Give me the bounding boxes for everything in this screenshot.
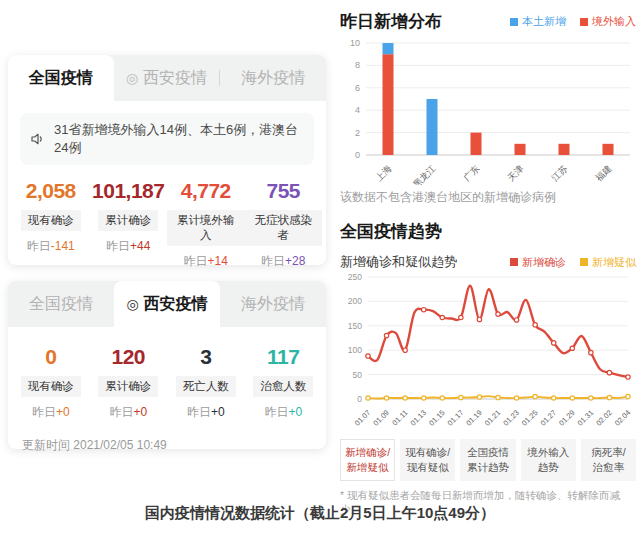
location-pin-icon: ◎ xyxy=(126,70,138,86)
national-panel-tab-bar: 全国疫情 ◎ 西安疫情 海外疫情 xyxy=(8,55,326,101)
stat-label: 死亡人数 xyxy=(167,376,245,397)
bar-chart-legend: 本土新增 境外输入 xyxy=(510,14,636,29)
trend-chart-title: 全国疫情趋势 xyxy=(340,220,636,243)
x-axis-tick: 01.07 xyxy=(353,408,373,428)
stat-recovered: 117 治愈人数 昨日+0 xyxy=(245,345,323,421)
stat-delta: 昨日+0 xyxy=(167,404,245,421)
data-point-marker xyxy=(422,396,426,400)
filter-imported-trend[interactable]: 境外输入趋势 xyxy=(521,439,576,481)
bar-chart-header: 昨日新增分布 本土新增 境外输入 xyxy=(340,10,636,33)
legend-swatch xyxy=(580,18,588,26)
stat-value: 2,058 xyxy=(12,179,90,203)
x-axis-tick: 01.09 xyxy=(371,408,391,428)
speaker-icon xyxy=(30,131,46,147)
bar-segment xyxy=(603,144,614,155)
page-caption: 国内疫情情况数据统计（截止2月5日上午10点49分） xyxy=(0,504,640,523)
trend-line xyxy=(368,286,628,377)
stat-delta: 昨日+0 xyxy=(12,404,90,421)
stat-delta: 昨日+44 xyxy=(90,238,168,255)
stat-delta: 昨日+0 xyxy=(90,404,168,421)
y-axis-tick: 0 xyxy=(355,150,360,160)
legend-swatch xyxy=(510,18,518,26)
stat-delta: 昨日+0 xyxy=(245,404,323,421)
tab-label: 西安疫情 xyxy=(144,294,208,315)
stat-current-confirmed: 2,058 现有确诊 昨日-141 xyxy=(12,179,90,270)
y-axis-tick: 0 xyxy=(357,394,362,404)
tab-xian-epidemic[interactable]: ◎ 西安疫情 xyxy=(114,281,220,327)
y-axis-tick: 10 xyxy=(350,38,360,48)
x-axis-tick: 01.19 xyxy=(464,408,484,428)
national-epidemic-panel: 全国疫情 ◎ 西安疫情 海外疫情 31省新增境外输入14例、本土6例，港澳台24… xyxy=(8,55,326,265)
data-point-marker xyxy=(514,318,518,322)
x-axis-tick: 福建 xyxy=(594,163,614,183)
y-axis-tick: 2 xyxy=(355,128,360,138)
filter-fatality-cure-rate[interactable]: 病死率/治愈率 xyxy=(581,439,636,481)
stat-value: 101,187 xyxy=(90,179,168,203)
data-point-marker xyxy=(570,396,574,400)
x-axis-tick: 广东 xyxy=(462,163,482,183)
data-point-marker xyxy=(459,315,463,319)
tab-label: 全国疫情 xyxy=(29,294,93,315)
stat-label: 无症状感染者 xyxy=(245,210,323,246)
legend-new-confirmed: 新增确诊 xyxy=(510,255,566,270)
trend-chart-subtitle: 新增确诊和疑似趋势 xyxy=(340,253,457,271)
data-point-marker xyxy=(533,394,537,398)
charts-column: 昨日新增分布 本土新增 境外输入 0246810上海黑龙江广东天津江苏福建 该数… xyxy=(340,10,636,517)
tab-national-epidemic[interactable]: 全国疫情 xyxy=(8,55,114,101)
data-point-marker xyxy=(626,375,630,379)
stat-asymptomatic: 755 无症状感染者 昨日+28 xyxy=(245,179,323,270)
tab-overseas-epidemic[interactable]: 海外疫情 xyxy=(220,281,326,327)
xian-panel-tab-bar: 全国疫情 ◎ 西安疫情 海外疫情 xyxy=(8,281,326,327)
tab-overseas-epidemic[interactable]: 海外疫情 xyxy=(220,55,326,101)
yesterday-distribution-bar-chart: 0246810上海黑龙江广东天津江苏福建 xyxy=(340,33,636,185)
data-point-marker xyxy=(626,394,630,398)
x-axis-tick: 上海 xyxy=(374,163,394,183)
legend-imported: 境外输入 xyxy=(580,14,636,29)
x-axis-tick: 01.29 xyxy=(557,408,577,428)
filter-national-cumulative-trend[interactable]: 全国疫情累计趋势 xyxy=(460,439,515,481)
legend-new-suspected: 新增疑似 xyxy=(580,255,636,270)
y-axis-tick: 250 xyxy=(348,272,362,282)
data-point-marker xyxy=(589,350,593,354)
y-axis-tick: 4 xyxy=(355,105,360,115)
data-point-marker xyxy=(422,307,426,311)
tab-label: 海外疫情 xyxy=(241,68,305,89)
national-stats-row: 2,058 现有确诊 昨日-141 101,187 累计确诊 昨日+44 4,7… xyxy=(8,165,326,270)
stat-label: 累计确诊 xyxy=(90,210,168,231)
y-axis-tick: 50 xyxy=(353,370,363,380)
x-axis-tick: 02.02 xyxy=(594,408,614,428)
stat-value: 117 xyxy=(245,345,323,369)
filter-current-confirmed-suspected[interactable]: 现有确诊/现有疑似 xyxy=(400,439,455,481)
tab-national-epidemic[interactable]: 全国疫情 xyxy=(8,281,114,327)
stat-label: 治愈人数 xyxy=(245,376,323,397)
data-point-marker xyxy=(589,396,593,400)
stat-delta: 昨日-141 xyxy=(12,238,90,255)
x-axis-tick: 江苏 xyxy=(550,163,570,183)
data-point-marker xyxy=(552,341,556,345)
stat-delta: 昨日+14 xyxy=(167,253,245,270)
data-point-marker xyxy=(366,396,370,400)
trend-chart-legend: 新增确诊 新增疑似 xyxy=(510,255,636,270)
tab-xian-epidemic[interactable]: ◎ 西安疫情 xyxy=(114,55,220,101)
stat-value: 3 xyxy=(167,345,245,369)
national-trend-line-chart: 05010015020025001.0701.0901.1101.1301.15… xyxy=(340,271,636,433)
stat-value: 120 xyxy=(90,345,168,369)
filter-new-confirmed-suspected[interactable]: 新增确诊/新增疑似 xyxy=(340,439,395,481)
xian-stats-row: 0 现有确诊 昨日+0 120 累计确诊 昨日+0 3 死亡人数 昨日+0 11… xyxy=(8,327,326,421)
data-point-marker xyxy=(384,396,388,400)
data-point-marker xyxy=(477,395,481,399)
data-point-marker xyxy=(403,348,407,352)
legend-swatch xyxy=(580,258,588,266)
data-point-marker xyxy=(514,396,518,400)
legend-local-new: 本土新增 xyxy=(510,14,566,29)
update-time-note: 更新时间 2021/02/05 10:49 xyxy=(8,421,326,454)
tab-label: 海外疫情 xyxy=(241,294,305,315)
tab-label: 全国疫情 xyxy=(29,68,93,89)
x-axis-tick: 01.11 xyxy=(390,408,409,427)
data-point-marker xyxy=(496,395,500,399)
announcement-text: 31省新增境外输入14例、本土6例，港澳台24例 xyxy=(54,121,304,157)
bar-segment xyxy=(427,99,438,155)
bar-segment xyxy=(383,54,394,155)
data-point-marker xyxy=(552,396,556,400)
y-axis-tick: 8 xyxy=(355,60,360,70)
